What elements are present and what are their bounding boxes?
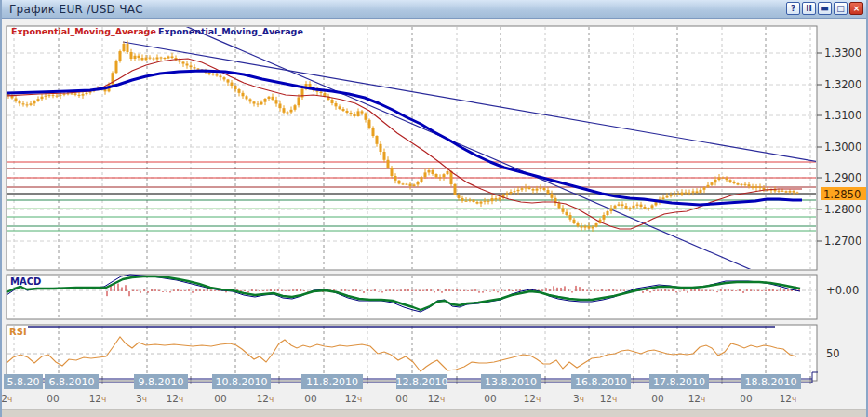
time-label: 00 [304,393,316,404]
price-tick-label: 1.2700 [824,235,861,248]
time-label: 00 [484,393,496,404]
rsi-pane-label: RSI [9,327,27,337]
time-label: 00 [395,393,407,404]
date-label: 9.8.2010 [139,376,184,388]
price-tick-label: 1.3300 [824,47,861,60]
chart-window: Exponential_Moving_AverageExponential_Mo… [0,0,868,417]
time-label: 12ч [688,393,706,404]
time-label: 12ч [780,393,797,404]
date-label: 5.8.20 [7,376,40,388]
minimize-button[interactable]: ▬ [818,2,832,15]
time-label: 00 [740,393,752,404]
time-label: 12ч [524,393,541,404]
legend-ema-slow: Exponential_Moving_Average [158,26,303,36]
price-tick-label: 1.2800 [824,203,861,216]
chart-canvas[interactable]: Exponential_Moving_AverageExponential_Mo… [2,0,868,417]
time-label: 12ч [2,393,12,404]
time-label: 12ч [428,393,446,404]
date-label: 17.8.2010 [653,376,705,388]
time-label: 12ч [345,393,363,404]
window-controls: ?II▬□× [786,2,863,15]
time-label: 3ч [573,393,584,404]
rsi-level-label: 50 [826,347,840,360]
time-label: 12ч [89,393,107,404]
date-label: 12.8.2010 [396,376,448,388]
bottom-strip [2,410,868,417]
date-label: 18.8.2010 [745,376,797,388]
time-label: 12ч [167,393,184,404]
time-label: 00 [651,393,663,404]
macd-zero-label: +0.00 [826,284,859,297]
close-button[interactable]: × [849,2,863,15]
window-title: График EUR /USD ЧАС [9,3,143,16]
legend-ema-fast: Exponential_Moving_Average [11,26,156,36]
time-label: 12ч [257,393,274,404]
macd-pane-label: MACD [10,276,41,287]
date-label: 6.8.2010 [49,376,95,388]
title-bar[interactable]: График EUR /USD ЧАС ?II▬□× [2,0,866,19]
price-tick-label: 1.2900 [824,171,861,184]
date-label: 11.8.2010 [306,376,358,388]
chart-area[interactable]: Exponential_Moving_AverageExponential_Mo… [2,0,868,417]
current-price-label: 1.2850 [823,188,861,201]
date-label: 16.8.2010 [575,376,627,388]
date-label: 10.8.2010 [216,376,268,388]
date-label: 13.8.2010 [485,376,537,388]
price-tick-label: 1.3000 [824,141,861,154]
time-label: 00 [47,393,59,404]
maximize-button[interactable]: □ [834,2,848,15]
price-tick-label: 1.3100 [824,109,861,122]
time-label: 3ч [136,393,147,404]
pause-button[interactable]: II [802,2,816,15]
help-button[interactable]: ? [786,2,800,15]
time-label: 12ч [600,393,618,404]
time-label: 00 [214,393,226,404]
price-tick-label: 1.3200 [824,78,861,91]
